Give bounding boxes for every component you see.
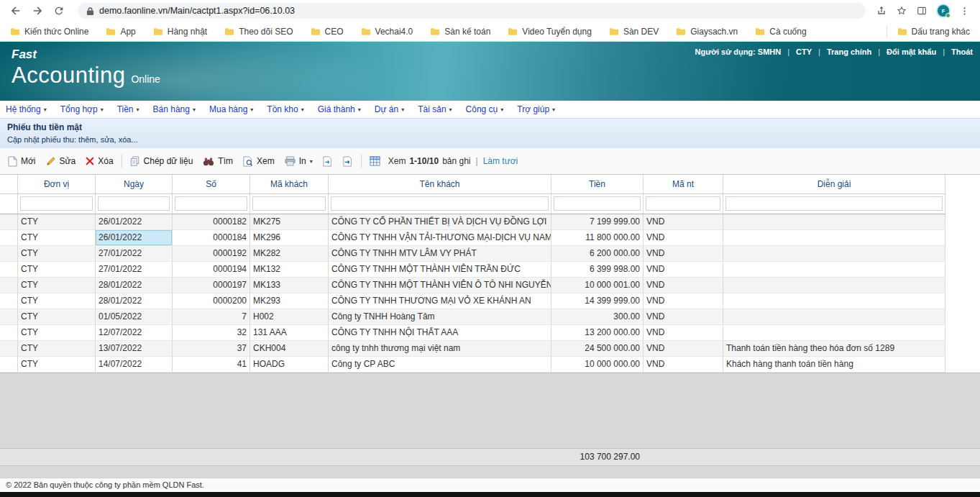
cell-so[interactable]: 0000197 <box>173 278 250 293</box>
menu-he-thong[interactable]: Hệ thống▾ <box>6 104 47 114</box>
cell-ngay[interactable]: 01/05/2022 <box>96 309 173 324</box>
filter-don-vi-input[interactable] <box>20 196 93 211</box>
cell-ten-khach[interactable]: Công ty CP ABC <box>329 357 551 372</box>
cell-don-vi[interactable]: CTY <box>18 293 96 309</box>
cell-dien-giai[interactable] <box>723 230 945 245</box>
cell-ma-khach[interactable]: CKH004 <box>250 341 329 356</box>
cell-ma-nt[interactable]: VND <box>644 341 723 356</box>
table-row[interactable]: CTY 26/01/2022 0000184 MK296 CÔNG TY TNH… <box>0 230 945 246</box>
menu-tien[interactable]: Tiền▾ <box>117 104 139 114</box>
copy-data-button[interactable]: Chép dữ liệu <box>125 148 198 174</box>
menu-du-an[interactable]: Dự án▾ <box>375 104 404 114</box>
cell-ngay[interactable]: 27/01/2022 <box>96 246 173 261</box>
cell-tien[interactable]: 6 399 998.00 <box>551 262 644 277</box>
new-button[interactable]: Mới <box>3 148 41 174</box>
cell-so[interactable]: 0000184 <box>173 230 250 245</box>
cell-ngay[interactable]: 12/07/2022 <box>96 325 173 340</box>
cell-ma-nt[interactable]: VND <box>644 246 723 261</box>
cell-ma-khach[interactable]: 131 AAA <box>250 325 329 340</box>
refresh-button[interactable] <box>50 2 68 19</box>
bookmark-item[interactable]: Video Tuyển dụng <box>508 27 592 37</box>
filter-so-input[interactable] <box>175 196 247 211</box>
cell-ten-khach[interactable]: Công ty TNHH Hoàng Tâm <box>329 309 551 324</box>
cell-ma-nt[interactable]: VND <box>644 325 723 340</box>
col-header-dien-giai[interactable]: Diễn giải <box>723 175 945 193</box>
bookmark-item[interactable]: Hàng nhật <box>153 27 207 37</box>
cell-don-vi[interactable]: CTY <box>18 278 96 293</box>
table-row[interactable]: CTY 14/07/2022 41 HOADG Công ty CP ABC 1… <box>0 357 945 373</box>
cell-ten-khach[interactable]: CÔNG TY CỔ PHẦN THIẾT BỊ VÀ DỊCH VỤ ĐỒNG… <box>329 214 551 229</box>
menu-gia-thanh[interactable]: Giá thành▾ <box>318 104 361 114</box>
cell-ngay[interactable]: 13/07/2022 <box>96 341 173 356</box>
bookmark-item[interactable]: Sàn DEV <box>609 27 659 37</box>
refresh-link[interactable]: Làm tươi <box>483 156 518 166</box>
bookmark-item[interactable]: Vechai4.0 <box>361 27 413 37</box>
table-row[interactable]: CTY 26/01/2022 0000182 MK275 CÔNG TY CỔ … <box>0 214 945 230</box>
cell-so[interactable]: 7 <box>173 309 250 324</box>
bookmark-item[interactable]: Giaysach.vn <box>676 27 738 37</box>
cell-dien-giai[interactable]: Thanh toán tiền hàng theo hóa đơn số 128… <box>723 341 945 356</box>
col-header-so[interactable]: Số <box>173 175 250 193</box>
cell-tien[interactable]: 7 199 999.00 <box>551 214 644 229</box>
cell-ngay[interactable]: 26/01/2022 <box>96 214 173 229</box>
cell-ten-khach[interactable]: công ty tnhh thương mại việt nam <box>329 341 551 356</box>
col-header-ma-nt[interactable]: Mã nt <box>644 175 723 193</box>
menu-ton-kho[interactable]: Tồn kho▾ <box>267 104 303 114</box>
col-header-tien[interactable]: Tiền <box>551 175 644 193</box>
table-row[interactable]: CTY 01/05/2022 7 H002 Công ty TNHH Hoàng… <box>0 309 945 325</box>
cell-don-vi[interactable]: CTY <box>18 214 96 229</box>
cell-don-vi[interactable]: CTY <box>18 230 96 245</box>
menu-tro-giup[interactable]: Trợ giúp▾ <box>517 104 555 114</box>
nav-cty[interactable]: CTY <box>796 47 812 56</box>
cell-ma-khach[interactable]: MK296 <box>250 230 329 245</box>
cell-so[interactable]: 0000182 <box>173 214 250 229</box>
cell-don-vi[interactable]: CTY <box>18 309 96 324</box>
forward-button[interactable] <box>29 2 46 19</box>
bookmark-item[interactable]: Theo dõi SEO <box>224 27 293 37</box>
col-header-don-vi[interactable]: Đơn vị <box>18 175 96 193</box>
filter-tien-input[interactable] <box>554 196 641 211</box>
cell-ma-nt[interactable]: VND <box>644 357 723 372</box>
cell-tien[interactable]: 300.00 <box>551 309 644 324</box>
table-row[interactable]: CTY 12/07/2022 32 131 AAA CÔNG TY TNHH N… <box>0 325 945 341</box>
cell-dien-giai[interactable] <box>723 214 945 229</box>
cell-ngay-selected[interactable]: 26/01/2022 <box>96 230 173 245</box>
side-panel-icon[interactable] <box>916 5 928 17</box>
menu-cong-cu[interactable]: Công cụ▾ <box>466 104 504 114</box>
cell-ten-khach[interactable]: CÔNG TY TNHH THƯƠNG MẠI VỎ XE KHÁNH AN <box>329 293 551 309</box>
cell-tien[interactable]: 10 000 000.00 <box>551 357 644 372</box>
filter-ngay-input[interactable] <box>98 196 170 211</box>
print-button[interactable]: In ▾ <box>280 148 318 174</box>
cell-dien-giai[interactable] <box>723 278 945 293</box>
back-button[interactable] <box>7 2 24 19</box>
grid-view-button[interactable] <box>365 148 385 174</box>
bookmark-item[interactable]: CEO <box>311 27 344 37</box>
cell-tien[interactable]: 14 399 999.00 <box>551 293 644 309</box>
cell-ma-nt[interactable]: VND <box>644 214 723 229</box>
export-button-1[interactable] <box>318 148 338 174</box>
table-row[interactable]: CTY 27/01/2022 0000192 MK282 CÔNG TY TNH… <box>0 246 945 262</box>
browser-menu-icon[interactable] <box>959 6 970 17</box>
cell-tien[interactable]: 13 200 000.00 <box>551 325 644 340</box>
cell-don-vi[interactable]: CTY <box>18 246 96 261</box>
bookmark-star-icon[interactable] <box>896 5 907 17</box>
cell-ma-nt[interactable]: VND <box>644 293 723 309</box>
cell-so[interactable]: 0000192 <box>173 246 250 261</box>
cell-ma-nt[interactable]: VND <box>644 309 723 324</box>
cell-ngay[interactable]: 14/07/2022 <box>96 357 173 372</box>
cell-so[interactable]: 32 <box>173 325 250 340</box>
table-row[interactable]: CTY 27/01/2022 0000194 MK132 CÔNG TY TNH… <box>0 262 945 278</box>
cell-ma-khach[interactable]: MK132 <box>250 262 329 277</box>
filter-ma-nt-input[interactable] <box>646 196 720 211</box>
cell-ma-khach[interactable]: MK282 <box>250 246 329 261</box>
cell-dien-giai[interactable] <box>723 246 945 261</box>
menu-mua-hang[interactable]: Mua hàng▾ <box>209 104 253 114</box>
find-button[interactable]: Tìm <box>198 148 238 174</box>
cell-ten-khach[interactable]: CÔNG TY TNHH MỘT THÀNH VIÊN TRẦN ĐỨC <box>329 262 551 277</box>
cell-ma-khach[interactable]: MK133 <box>250 278 329 293</box>
cell-ten-khach[interactable]: CÔNG TY TNHH MTV LÂM VY PHÁT <box>329 246 551 261</box>
menu-tai-san[interactable]: Tài sản▾ <box>418 104 452 114</box>
bookmark-item[interactable]: Cà cuống <box>755 27 806 37</box>
nav-doi-mat-khau[interactable]: Đổi mật khẩu <box>887 47 936 56</box>
other-bookmarks[interactable]: Dấu trang khác <box>897 27 970 37</box>
